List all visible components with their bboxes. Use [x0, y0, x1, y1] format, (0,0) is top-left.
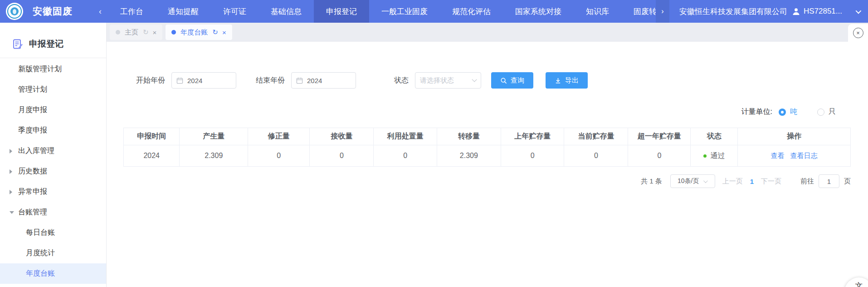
nav-collapse-icon[interactable]: ‹ [96, 0, 108, 23]
radio-ton-label[interactable]: 吨 [790, 107, 797, 117]
sidebar-title: 申报登记 [29, 38, 63, 50]
next-page-button[interactable]: 下一页 [761, 177, 781, 186]
sidebar-item-monthly-stats[interactable]: 月度统计 [0, 243, 106, 263]
app-title: 安徽固废 [33, 5, 73, 18]
tab-dot-icon [116, 30, 120, 35]
cell-prev-storage: 0 [501, 145, 564, 167]
nav-scroll-right-icon[interactable]: › [656, 0, 669, 23]
unit-selector: 计量单位: 吨 只 [123, 107, 851, 117]
nav-item-general-industrial-waste[interactable]: 一般工业固废 [369, 0, 440, 23]
col-declare-time: 申报时间 [124, 128, 180, 145]
cell-disposed: 0 [374, 145, 437, 167]
company-name: 安徽恒生科技发展集团有限公司 [679, 6, 787, 17]
cell-actions: 查看查看日志 [738, 145, 851, 167]
col-produced: 产生量 [180, 128, 248, 145]
nav-item-national-system[interactable]: 国家系统对接 [503, 0, 574, 23]
chevron-down-icon [472, 77, 477, 82]
status-label: 状态 [394, 76, 409, 85]
radio-piece-label[interactable]: 只 [829, 107, 836, 117]
sidebar-item-daily-ledger[interactable]: 每日台账 [0, 223, 106, 243]
circled-close-icon: × [853, 28, 863, 38]
start-year-input[interactable]: 2024 [171, 72, 236, 89]
goto-suffix: 页 [844, 177, 851, 186]
sidebar-item-management-plan[interactable]: 管理计划 [0, 79, 106, 100]
refresh-icon[interactable]: ↻ [212, 28, 218, 36]
cell-over-year-storage: 0 [628, 145, 691, 167]
search-button[interactable]: 查询 [491, 72, 533, 89]
status-placeholder: 请选择状态 [420, 76, 454, 85]
table-row: 2024 2.309 0 0 0 2.309 0 0 0 通过 查看查看日 [124, 145, 851, 167]
nav-item-knowledge-base[interactable]: 知识库 [574, 0, 621, 23]
nav-item-workbench[interactable]: 工作台 [108, 0, 156, 23]
cell-declare-time: 2024 [124, 145, 180, 167]
prev-page-button[interactable]: 上一页 [722, 177, 743, 186]
sidebar: 申报登记 新版管理计划 管理计划 月度申报 季度申报 出入库管理 历史数据 异常… [0, 23, 107, 287]
sidebar-item-monthly-declaration[interactable]: 月度申报 [0, 100, 106, 120]
end-year-label: 结束年份 [256, 76, 285, 85]
radio-ton[interactable] [779, 109, 786, 116]
col-disposed: 利用处置量 [374, 128, 437, 145]
sidebar-item-new-management-plan[interactable]: 新版管理计划 [0, 59, 106, 79]
nav-item-basic-info[interactable]: 基础信息 [258, 0, 314, 23]
nav-item-standard-evaluation[interactable]: 规范化评估 [440, 0, 503, 23]
page-size-select[interactable]: 10条/页 [670, 174, 715, 188]
annual-ledger-table: 申报时间 产生量 修正量 接收量 利用处置量 转移量 上年贮存量 当前贮存量 超… [123, 128, 851, 167]
nav-item-license[interactable]: 许可证 [211, 0, 258, 23]
view-link[interactable]: 查看 [771, 152, 785, 159]
page-content: 开始年份 2024 结束年份 2024 状态 请选择状态 查询 [107, 42, 868, 287]
col-transferred: 转移量 [437, 128, 501, 145]
tab-home[interactable]: 主页 ↻ × [110, 25, 162, 40]
nav-item-waste-transfer[interactable]: 固废转 [621, 0, 656, 23]
col-status: 状态 [691, 128, 738, 145]
col-received: 接收量 [310, 128, 374, 145]
sidebar-item-annual-ledger[interactable]: 年度台账 [0, 263, 106, 284]
top-nav-bar: 安徽固废 ‹ 工作台 通知提醒 许可证 基础信息 申报登记 一般工业固废 规范化… [0, 0, 868, 23]
username: HS72851... [804, 7, 842, 16]
export-button[interactable]: 导出 [546, 72, 588, 89]
cell-corrected: 0 [248, 145, 310, 167]
sidebar-header: 申报登记 [0, 23, 106, 58]
sidebar-item-ledger-management[interactable]: 台账管理 [0, 202, 106, 223]
col-current-storage: 当前贮存量 [564, 128, 628, 145]
declaration-doc-icon [12, 39, 23, 49]
close-all-tabs-button[interactable]: × [848, 24, 868, 42]
chevron-down-icon [10, 211, 14, 214]
start-year-label: 开始年份 [136, 76, 165, 85]
sidebar-item-quarterly-declaration[interactable]: 季度申报 [0, 120, 106, 141]
page-number-1[interactable]: 1 [750, 178, 754, 185]
goto-label: 前往 [800, 177, 814, 186]
cell-produced: 2.309 [180, 145, 248, 167]
chevron-down-icon [856, 8, 862, 14]
sidebar-item-inout-storage[interactable]: 出入库管理 [0, 141, 106, 161]
calendar-icon [296, 77, 303, 84]
cell-transferred: 2.309 [437, 145, 501, 167]
status-select[interactable]: 请选择状态 [415, 72, 481, 89]
col-prev-storage: 上年贮存量 [501, 128, 564, 145]
nav-item-declaration[interactable]: 申报登记 [314, 0, 369, 23]
sidebar-item-history-data[interactable]: 历史数据 [0, 161, 106, 182]
cell-status: 通过 [691, 145, 738, 167]
filter-bar: 开始年份 2024 结束年份 2024 状态 请选择状态 查询 [123, 72, 851, 89]
close-tab-icon[interactable]: × [153, 29, 157, 36]
user-menu[interactable]: HS72851... [792, 7, 860, 16]
radio-piece[interactable] [817, 109, 824, 116]
end-year-input[interactable]: 2024 [291, 72, 356, 89]
col-over-year-storage: 超一年贮存量 [628, 128, 691, 145]
table-header-row: 申报时间 产生量 修正量 接收量 利用处置量 转移量 上年贮存量 当前贮存量 超… [124, 128, 851, 145]
view-log-link[interactable]: 查看日志 [790, 152, 818, 159]
tab-label: 年度台账 [180, 28, 208, 37]
nav-item-notifications[interactable]: 通知提醒 [156, 0, 211, 23]
refresh-icon[interactable]: ↻ [143, 28, 149, 36]
goto-page-input[interactable] [819, 174, 839, 188]
brand-area: 安徽固废 [0, 0, 96, 23]
cell-received: 0 [310, 145, 374, 167]
tab-annual-ledger[interactable]: 年度台账 ↻ × [166, 25, 232, 40]
start-year-value: 2024 [187, 77, 202, 84]
nav-menu: 工作台 通知提醒 许可证 基础信息 申报登记 一般工业固废 规范化评估 国家系统… [108, 0, 656, 23]
close-tab-icon[interactable]: × [222, 29, 226, 36]
total-count: 共 1 条 [641, 177, 662, 186]
status-dot-icon [703, 154, 707, 158]
sidebar-item-abnormal-declaration[interactable]: 异常申报 [0, 182, 106, 202]
tab-label: 主页 [125, 28, 138, 37]
chevron-down-icon [703, 178, 708, 183]
